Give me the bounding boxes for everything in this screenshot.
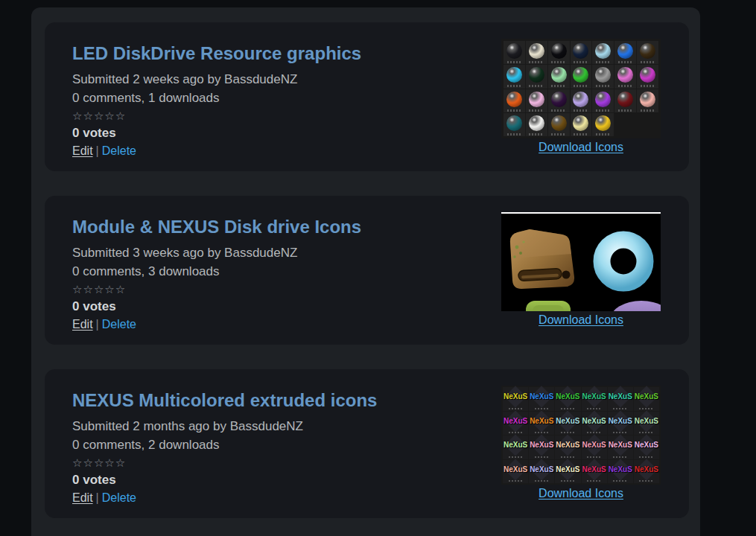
- submitted-line: Submitted 2 months ago by BassdudeNZ: [72, 417, 377, 436]
- edit-link[interactable]: Edit: [72, 318, 93, 331]
- resource-title-link[interactable]: Module & NEXUS Disk drive Icons: [72, 216, 361, 238]
- thumbnail-nexus-logo-grid[interactable]: NeXuSNeXuSNeXuSNeXuSNeXuSNeXuSNeXuSNeXuS…: [501, 386, 661, 485]
- link-separator: |: [96, 491, 99, 504]
- card-info-column: NEXUS Multicolored extruded icons Submit…: [72, 389, 377, 518]
- resource-card: LED DiskDrive Resource graphics Submitte…: [45, 22, 689, 171]
- rating-stars-icon: ☆☆☆☆☆: [72, 109, 361, 122]
- led-orb-swatch: [571, 89, 592, 112]
- nexus-logo-tile: NeXuS: [634, 412, 659, 436]
- nexus-logo-tile: NeXuS: [503, 412, 528, 436]
- nexus-logo-tile: NeXuS: [608, 412, 633, 436]
- submitted-line: Submitted 2 weeks ago by BassdudeNZ: [72, 70, 361, 89]
- led-orb-swatch: [614, 41, 636, 64]
- led-orb-swatch: [548, 113, 570, 136]
- card-info-column: LED DiskDrive Resource graphics Submitte…: [72, 42, 361, 171]
- led-orb-swatch: [548, 89, 570, 112]
- nexus-logo-tile: NeXuS: [529, 460, 554, 484]
- led-orb-swatch: [592, 113, 614, 136]
- resource-card: Module & NEXUS Disk drive Icons Submitte…: [45, 196, 689, 345]
- nexus-logo-tile: NeXuS: [555, 460, 580, 484]
- led-orb-swatch: [637, 65, 658, 88]
- nexus-logo-tile: NeXuS: [608, 460, 633, 484]
- led-orb-swatch: [526, 89, 547, 112]
- led-orb-swatch: [592, 41, 614, 64]
- stats-line: 0 comments, 2 downloads: [72, 436, 377, 454]
- nexus-logo-tile: NeXuS: [634, 436, 659, 459]
- resource-title-link[interactable]: NEXUS Multicolored extruded icons: [72, 389, 377, 412]
- led-orb-swatch: [504, 89, 525, 112]
- nexus-logo-tile: NeXuS: [634, 387, 659, 411]
- card-info-column: Module & NEXUS Disk drive Icons Submitte…: [72, 216, 361, 345]
- thumbnail-led-orb-grid[interactable]: [501, 39, 661, 138]
- led-orb-swatch: [637, 89, 658, 112]
- nexus-logo-tile: NeXuS: [608, 436, 633, 459]
- nexus-logo-tile: NeXuS: [555, 412, 580, 436]
- nexus-logo-tile: NeXuS: [529, 387, 554, 411]
- thumbnail-disk-drive-image[interactable]: [501, 212, 661, 311]
- page-background: LED DiskDrive Resource graphics Submitte…: [0, 0, 756, 536]
- resource-title-link[interactable]: LED DiskDrive Resource graphics: [72, 42, 361, 65]
- edit-link[interactable]: Edit: [72, 144, 93, 157]
- led-orb-swatch: [614, 65, 636, 88]
- led-orb-swatch: [526, 113, 547, 136]
- delete-link[interactable]: Delete: [102, 491, 136, 504]
- download-icons-link[interactable]: Download Icons: [539, 487, 623, 500]
- resource-card: NEXUS Multicolored extruded icons Submit…: [45, 369, 689, 518]
- nexus-logo-tile: NeXuS: [503, 436, 528, 459]
- card-actions: Edit|Delete: [72, 316, 361, 333]
- nexus-logo-tile: NeXuS: [555, 436, 580, 459]
- votes-count: 0 votes: [72, 298, 361, 316]
- link-separator: |: [96, 144, 99, 157]
- delete-link[interactable]: Delete: [102, 144, 136, 157]
- card-actions: Edit|Delete: [72, 143, 361, 159]
- led-orb-swatch: [504, 65, 525, 88]
- submitted-line: Submitted 3 weeks ago by BassdudeNZ: [72, 243, 361, 262]
- download-icons-link[interactable]: Download Icons: [539, 313, 623, 327]
- nexus-logo-tile: NeXuS: [503, 460, 528, 484]
- led-orb-swatch: [592, 89, 614, 112]
- nexus-logo-tile: NeXuS: [582, 387, 607, 411]
- nexus-logo-tile: NeXuS: [582, 412, 607, 436]
- led-orb-swatch: [637, 41, 658, 64]
- nexus-logo-tile: NeXuS: [582, 460, 607, 484]
- nexus-logo-tile: NeXuS: [608, 387, 633, 411]
- led-orb-swatch: [614, 89, 636, 112]
- card-thumbnail-column: Download Icons: [501, 39, 661, 171]
- card-thumbnail-column: Download Icons: [501, 212, 661, 345]
- rating-stars-icon: ☆☆☆☆☆: [72, 456, 377, 469]
- nexus-logo-tile: NeXuS: [529, 436, 554, 459]
- led-orb-swatch: [571, 41, 592, 64]
- link-separator: |: [96, 318, 99, 331]
- led-orb-swatch: [526, 65, 547, 88]
- stats-line: 0 comments, 1 downloads: [72, 89, 361, 107]
- edit-link[interactable]: Edit: [72, 491, 93, 504]
- votes-count: 0 votes: [72, 124, 361, 142]
- nexus-logo-tile: NeXuS: [555, 387, 580, 411]
- led-orb-swatch: [504, 113, 525, 136]
- nexus-logo-tile: NeXuS: [582, 436, 607, 459]
- nexus-logo-tile: NeXuS: [634, 460, 659, 484]
- rating-stars-icon: ☆☆☆☆☆: [72, 283, 361, 296]
- led-orb-swatch: [526, 41, 547, 64]
- led-orb-swatch: [548, 41, 570, 64]
- led-orb-swatch: [592, 65, 614, 88]
- delete-link[interactable]: Delete: [102, 318, 136, 331]
- led-orb-swatch: [548, 65, 570, 88]
- download-icons-link[interactable]: Download Icons: [539, 141, 623, 154]
- led-orb-swatch: [571, 113, 592, 136]
- nexus-logo-tile: NeXuS: [529, 412, 554, 436]
- votes-count: 0 votes: [72, 471, 377, 489]
- led-orb-swatch: [571, 65, 592, 88]
- card-thumbnail-column: NeXuSNeXuSNeXuSNeXuSNeXuSNeXuSNeXuSNeXuS…: [501, 386, 661, 518]
- content-container: LED DiskDrive Resource graphics Submitte…: [31, 7, 700, 536]
- card-actions: Edit|Delete: [72, 490, 377, 506]
- stats-line: 0 comments, 3 downloads: [72, 262, 361, 281]
- nexus-logo-tile: NeXuS: [503, 387, 528, 411]
- led-orb-swatch: [504, 41, 525, 64]
